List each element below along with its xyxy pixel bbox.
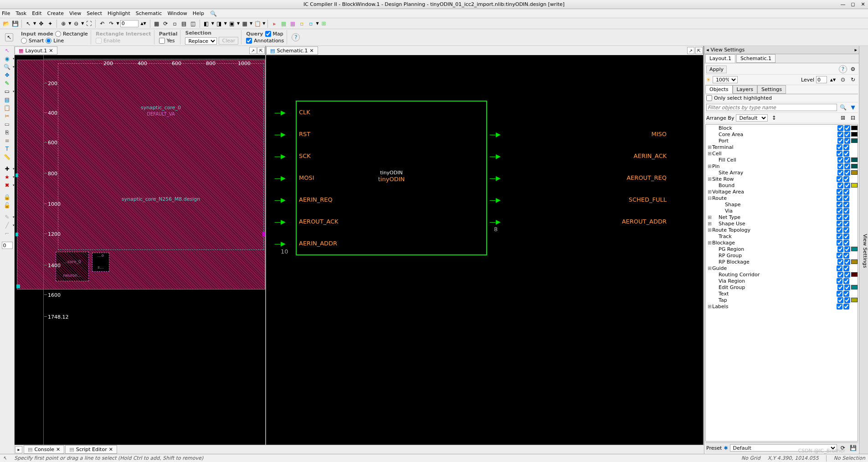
- help-icon[interactable]: ?: [292, 33, 300, 41]
- redo-icon[interactable]: ↷: [107, 20, 115, 28]
- selection-mode-select[interactable]: Replace: [185, 37, 217, 45]
- enable-check[interactable]: [96, 38, 102, 44]
- layer-icon[interactable]: ▦: [153, 20, 161, 28]
- layout-expand-icon[interactable]: ↗: [249, 47, 257, 54]
- tree-row[interactable]: Tap: [706, 297, 858, 303]
- sel-check[interactable]: [844, 125, 850, 131]
- sel-check[interactable]: [843, 144, 849, 150]
- sel-check[interactable]: [844, 272, 850, 278]
- tree-row[interactable]: PG Region: [706, 246, 858, 252]
- subtab-objects[interactable]: Objects: [705, 85, 733, 94]
- stack-icon[interactable]: ≡: [4, 137, 11, 144]
- vis-check[interactable]: [837, 221, 842, 227]
- x-icon[interactable]: ✖: [4, 182, 11, 189]
- sort-icon[interactable]: ↕: [770, 114, 778, 122]
- script-tab[interactable]: Script Editor: [76, 447, 107, 452]
- grid-icon[interactable]: ▤: [180, 20, 188, 28]
- schematic-canvas[interactable]: tinyODIN tinyODIN —▶CLK—▶RST—▶SCK—▶MOSI—…: [266, 55, 703, 445]
- target-icon[interactable]: ⊙: [839, 76, 847, 84]
- color-swatch[interactable]: [851, 170, 858, 175]
- unlock-icon[interactable]: 🔓: [4, 202, 11, 209]
- line-icon[interactable]: ╱: [4, 222, 11, 229]
- expand-icon[interactable]: ⊞: [708, 304, 712, 310]
- tree-row[interactable]: Text: [706, 290, 858, 297]
- color-swatch[interactable]: [851, 259, 858, 264]
- help2-icon[interactable]: ?: [839, 65, 847, 73]
- open-icon[interactable]: 📂: [2, 20, 10, 28]
- vis-check[interactable]: [837, 176, 842, 182]
- schem-tab-close-icon[interactable]: ✕: [310, 48, 314, 54]
- clipboard2-icon[interactable]: 📋: [4, 104, 11, 112]
- cross-icon[interactable]: ✚: [4, 165, 11, 173]
- sel-mode-icon[interactable]: ↖: [5, 33, 13, 41]
- rail-view-settings[interactable]: View Settings: [862, 234, 868, 268]
- vis-check[interactable]: [837, 170, 843, 176]
- tree-row[interactable]: Bound: [706, 182, 858, 188]
- expand-icon[interactable]: ⊞: [708, 151, 712, 157]
- color-swatch[interactable]: [851, 126, 858, 130]
- sel-check[interactable]: [844, 163, 850, 169]
- vis-check[interactable]: [837, 284, 843, 290]
- sel-check[interactable]: [844, 183, 850, 188]
- menu-select[interactable]: Select: [87, 10, 102, 16]
- move-icon[interactable]: ✥: [4, 71, 11, 79]
- fav-icon[interactable]: ★: [4, 173, 11, 181]
- vis-check[interactable]: [837, 144, 842, 150]
- vis-check[interactable]: [837, 246, 843, 252]
- vis-check[interactable]: [837, 291, 842, 297]
- expand-icon[interactable]: ⊞: [708, 221, 712, 227]
- maximize-icon[interactable]: ◻: [850, 1, 856, 8]
- console-close-icon[interactable]: ✕: [56, 447, 60, 452]
- console-tab[interactable]: Console: [34, 447, 54, 452]
- vis-check[interactable]: [837, 253, 842, 259]
- undo-icon[interactable]: ↶: [98, 20, 106, 28]
- level-input[interactable]: [816, 76, 827, 83]
- hl-icon[interactable]: ▸: [270, 20, 278, 28]
- color-swatch[interactable]: [851, 247, 858, 251]
- vis-check[interactable]: [837, 195, 842, 201]
- cursor-icon[interactable]: ↖: [24, 20, 32, 28]
- sel-check[interactable]: [844, 259, 850, 265]
- minimize-icon[interactable]: —: [840, 1, 846, 8]
- vis-check[interactable]: [837, 208, 842, 214]
- expand-icon[interactable]: ⊞: [708, 176, 712, 182]
- annotations-check[interactable]: [246, 38, 252, 44]
- sel-check[interactable]: [844, 297, 850, 303]
- layout-detach-icon[interactable]: ⇱: [257, 47, 265, 54]
- sel-check[interactable]: [844, 138, 850, 144]
- filter-funnel-icon[interactable]: ▼: [849, 103, 857, 112]
- tree-row[interactable]: ⊞Voltage Area: [706, 188, 858, 195]
- sel-check[interactable]: [843, 202, 849, 208]
- menu-schematic[interactable]: Schematic: [136, 10, 162, 16]
- left-spin-value[interactable]: [2, 242, 13, 249]
- tree-row[interactable]: ⊞Route Topology: [706, 227, 858, 233]
- vis-check[interactable]: [837, 138, 843, 144]
- tree-row[interactable]: Core Area: [706, 131, 858, 137]
- layers-icon[interactable]: ▤: [4, 96, 11, 103]
- hl5-icon[interactable]: ▫: [307, 20, 315, 28]
- sel-check[interactable]: [843, 208, 849, 214]
- sel-check[interactable]: [843, 240, 849, 246]
- vs-tab-layout[interactable]: Layout.1: [705, 54, 735, 63]
- menu-edit[interactable]: Edit: [32, 10, 41, 16]
- sel-check[interactable]: [843, 227, 849, 233]
- vis-check[interactable]: [837, 132, 843, 137]
- sel-check[interactable]: [844, 132, 850, 137]
- win3-icon[interactable]: ▣: [228, 20, 236, 28]
- vis-check[interactable]: [837, 272, 843, 278]
- menu-help[interactable]: Help: [193, 10, 204, 16]
- sel-check[interactable]: [843, 189, 849, 195]
- win-icon[interactable]: ◧: [202, 20, 211, 28]
- sel-check[interactable]: [844, 170, 850, 176]
- line-radio[interactable]: [46, 38, 51, 44]
- tree-row[interactable]: Track: [706, 233, 858, 239]
- rect2-icon[interactable]: ▭: [4, 121, 11, 128]
- vis-check[interactable]: [837, 125, 843, 131]
- sel-check[interactable]: [843, 151, 849, 157]
- tree-row[interactable]: Routing Corridor: [706, 271, 858, 278]
- menu-file[interactable]: File: [2, 10, 10, 16]
- expand-icon[interactable]: ⊞: [708, 227, 712, 233]
- filter-input[interactable]: [706, 104, 837, 111]
- vis-check[interactable]: [837, 202, 842, 208]
- expand-icon[interactable]: ⊞: [708, 214, 712, 220]
